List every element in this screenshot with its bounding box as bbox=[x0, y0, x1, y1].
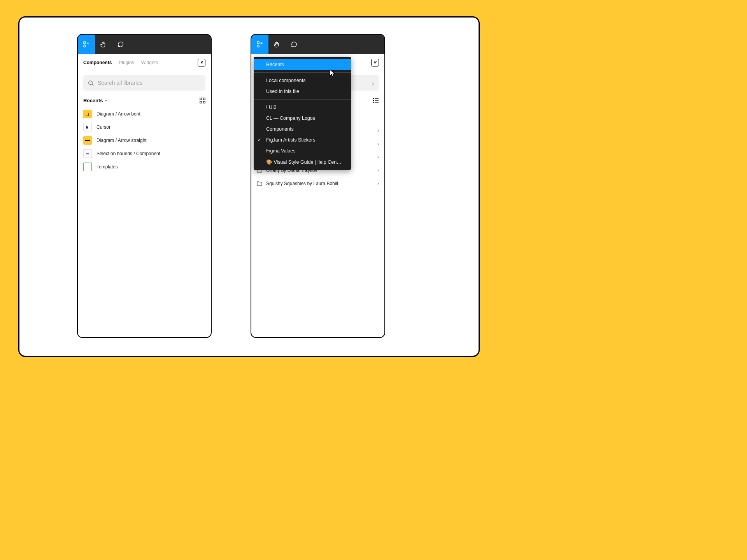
dropdown-item-library[interactable]: 🎨 Visual Style Guide (Help Cen… bbox=[254, 156, 351, 168]
chevron-right-icon: › bbox=[377, 154, 379, 160]
insert-icon bbox=[257, 41, 263, 47]
assets-panel-left: Components Plugins Widgets Recents ▾ Dia… bbox=[77, 34, 212, 338]
chevron-right-icon: › bbox=[377, 128, 379, 133]
dropdown-item-used[interactable]: Used in this file bbox=[254, 86, 351, 97]
grid-icon bbox=[200, 98, 205, 103]
list-item[interactable]: Templates bbox=[83, 160, 205, 173]
folder-label: Squishy Squashies by Laura Bohill bbox=[266, 181, 338, 186]
chevron-right-icon: › bbox=[377, 181, 379, 186]
comment-icon bbox=[291, 41, 298, 48]
tab-components[interactable]: Components bbox=[83, 60, 112, 65]
top-toolbar bbox=[78, 35, 211, 54]
collapse-icon bbox=[373, 61, 377, 65]
svg-rect-0 bbox=[84, 42, 86, 44]
comparison-frame: Components Plugins Widgets Recents ▾ Dia… bbox=[18, 16, 480, 357]
svg-rect-3 bbox=[200, 98, 202, 100]
dropdown-item-library[interactable]: Figma Values bbox=[254, 145, 351, 156]
comment-tool[interactable] bbox=[112, 35, 129, 54]
search-field[interactable] bbox=[83, 75, 205, 91]
insert-component-tool[interactable] bbox=[78, 35, 95, 54]
dropdown-separator bbox=[254, 99, 351, 100]
hand-tool[interactable] bbox=[95, 35, 112, 54]
chevron-right-icon: › bbox=[377, 141, 379, 147]
comment-tool[interactable] bbox=[286, 35, 303, 54]
svg-rect-1 bbox=[83, 45, 86, 47]
grid-view-toggle[interactable] bbox=[200, 98, 205, 103]
insert-component-tool[interactable] bbox=[251, 35, 268, 54]
item-label: Templates bbox=[96, 164, 118, 170]
collapse-panel-button[interactable] bbox=[371, 59, 379, 66]
dropdown-item-library[interactable]: ✓FigJam Artists Stickers bbox=[254, 135, 351, 145]
tab-row: Components Plugins Widgets bbox=[78, 54, 211, 71]
list-item[interactable]: Cursor bbox=[83, 121, 205, 134]
dropdown-item-library[interactable]: Components bbox=[254, 124, 351, 135]
item-label: Diagram / Arrow bent bbox=[96, 111, 140, 117]
hand-icon bbox=[274, 41, 281, 48]
item-label: Diagram / Arrow straight bbox=[96, 138, 147, 143]
component-thumb bbox=[83, 136, 92, 145]
svg-rect-7 bbox=[86, 153, 89, 154]
svg-rect-6 bbox=[203, 101, 205, 103]
svg-rect-9 bbox=[257, 45, 260, 47]
search-input[interactable] bbox=[98, 80, 201, 86]
item-label: Cursor bbox=[96, 124, 110, 130]
component-thumb bbox=[83, 149, 92, 158]
component-thumb bbox=[83, 163, 92, 171]
recents-list: Diagram / Arrow bent Cursor Diagram / Ar… bbox=[78, 107, 211, 173]
svg-point-10 bbox=[373, 98, 374, 99]
insert-icon bbox=[83, 41, 89, 47]
svg-rect-8 bbox=[257, 42, 259, 44]
chevron-down-icon[interactable]: ▾ bbox=[105, 99, 107, 103]
chevron-right-icon: › bbox=[377, 168, 379, 173]
dropdown-item-library[interactable]: ! UI2 bbox=[254, 102, 351, 113]
component-thumb bbox=[83, 123, 92, 131]
top-toolbar bbox=[251, 35, 384, 54]
item-label: Selection bounds / Component bbox=[96, 151, 160, 156]
component-thumb bbox=[83, 110, 92, 118]
svg-rect-5 bbox=[200, 101, 202, 103]
svg-point-2 bbox=[89, 80, 92, 84]
hand-tool[interactable] bbox=[268, 35, 286, 54]
check-icon: ✓ bbox=[258, 137, 261, 142]
section-title-recents[interactable]: Recents bbox=[83, 98, 103, 103]
svg-point-14 bbox=[373, 102, 374, 103]
tab-widgets[interactable]: Widgets bbox=[141, 60, 158, 65]
section-header: Recents ▾ bbox=[78, 94, 211, 107]
collapse-panel-button[interactable] bbox=[198, 59, 205, 66]
comment-icon bbox=[117, 41, 124, 48]
hand-icon bbox=[100, 41, 107, 48]
tab-plugins[interactable]: Plugins bbox=[119, 60, 134, 65]
cursor-icon bbox=[329, 69, 337, 78]
svg-rect-4 bbox=[203, 98, 205, 100]
collapse-icon bbox=[200, 61, 203, 65]
search-icon bbox=[88, 80, 94, 86]
svg-rect-13 bbox=[375, 100, 379, 101]
list-item[interactable]: Selection bounds / Component bbox=[83, 147, 205, 160]
list-item[interactable]: Diagram / Arrow bent bbox=[83, 107, 205, 121]
svg-point-12 bbox=[373, 100, 374, 101]
folder-item[interactable]: Squishy Squashies by Laura Bohill › bbox=[257, 177, 379, 190]
svg-rect-11 bbox=[375, 98, 379, 99]
svg-rect-15 bbox=[375, 102, 379, 103]
folder-icon bbox=[257, 181, 262, 186]
dropdown-item-recents[interactable]: Recents bbox=[254, 59, 351, 70]
list-item[interactable]: Diagram / Arrow straight bbox=[83, 134, 205, 147]
assets-panel-right: s › › Give Me a Hand! by Olenka Maraleck… bbox=[251, 34, 385, 338]
search-placeholder-partial: s bbox=[372, 80, 374, 86]
list-icon bbox=[373, 98, 379, 103]
dropdown-item-library[interactable]: CL — Company Logos bbox=[254, 113, 351, 124]
list-view-toggle[interactable] bbox=[373, 98, 379, 103]
search-container bbox=[78, 71, 211, 94]
